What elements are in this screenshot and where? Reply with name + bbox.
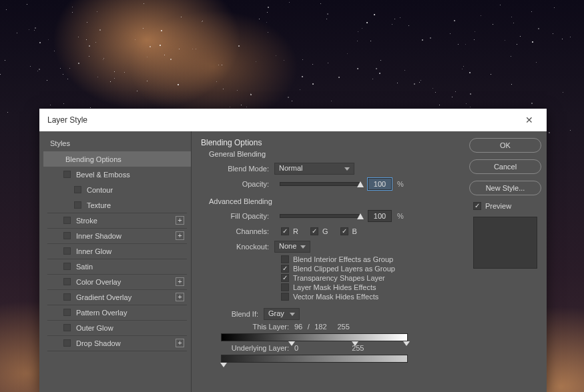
slider-thumb-icon[interactable]: [357, 213, 364, 219]
blend-mode-label: Blend Mode:: [217, 165, 274, 173]
percent-label: %: [397, 180, 404, 188]
option-blend-interior-effects-as-group[interactable]: Blend Interior Effects as Group: [281, 255, 457, 263]
sidebar-item-gradient-overlay[interactable]: Gradient Overlay+: [43, 289, 191, 305]
option-label: Vector Mask Hides Effects: [293, 293, 378, 301]
sidebar-item-label: Inner Glow: [76, 247, 111, 255]
this-layer-gradient[interactable]: [221, 333, 408, 341]
this-layer-high: 255: [327, 323, 360, 331]
option-checkbox[interactable]: [281, 283, 289, 291]
opacity-input[interactable]: 100: [368, 178, 392, 190]
sidebar-item-texture[interactable]: Texture: [43, 197, 191, 213]
sidebar-item-outer-glow[interactable]: Outer Glow: [43, 320, 191, 335]
add-effect-icon[interactable]: +: [176, 339, 184, 347]
sidebar-item-label: Bevel & Emboss: [76, 171, 130, 179]
channels-label: Channels:: [217, 227, 274, 235]
sidebar-item-contour[interactable]: Contour: [43, 182, 191, 197]
ok-button[interactable]: OK: [469, 138, 541, 153]
style-checkbox[interactable]: [74, 186, 81, 193]
close-icon[interactable]: ✕: [520, 112, 539, 128]
titlebar: Layer Style ✕: [39, 109, 547, 131]
sidebar-item-label: Pattern Overlay: [76, 309, 127, 317]
option-label: Transparency Shapes Layer: [293, 274, 385, 282]
option-checkbox[interactable]: [281, 255, 289, 263]
sidebar-item-label: Texture: [87, 201, 111, 209]
add-effect-icon[interactable]: +: [176, 293, 184, 301]
option-blend-clipped-layers-as-group[interactable]: Blend Clipped Layers as Group: [281, 265, 457, 273]
sidebar-item-label: Blending Options: [65, 155, 121, 163]
sidebar-item-inner-shadow[interactable]: Inner Shadow+: [43, 228, 191, 243]
style-checkbox[interactable]: [63, 293, 71, 301]
option-label: Blend Clipped Layers as Group: [293, 265, 395, 273]
style-checkbox[interactable]: [74, 201, 81, 209]
preview-checkbox[interactable]: [473, 202, 481, 210]
sidebar-item-pattern-overlay[interactable]: Pattern Overlay: [43, 305, 191, 320]
knockout-select[interactable]: None: [274, 241, 310, 253]
gradient-stop-icon[interactable]: [352, 341, 358, 346]
style-checkbox[interactable]: [63, 309, 71, 316]
option-label: Blend Interior Effects as Group: [293, 255, 393, 263]
style-checkbox[interactable]: [63, 232, 71, 239]
sidebar-item-label: Inner Shadow: [76, 232, 121, 240]
this-layer-mid: 182: [314, 323, 326, 331]
blend-if-label: Blend If:: [217, 310, 264, 318]
sidebar-item-label: Contour: [87, 186, 113, 194]
gradient-stop-icon[interactable]: [288, 341, 295, 346]
sidebar-item-inner-glow[interactable]: Inner Glow: [43, 243, 191, 259]
style-checkbox[interactable]: [63, 171, 71, 178]
sidebar-item-satin[interactable]: Satin: [43, 259, 191, 274]
gradient-stop-icon[interactable]: [220, 363, 227, 367]
channel-r-checkbox[interactable]: [281, 227, 289, 235]
blend-mode-select[interactable]: Normal: [274, 163, 354, 175]
general-heading: General Blending: [209, 150, 457, 158]
blend-if-select[interactable]: Gray: [264, 308, 300, 320]
underlying-label: Underlying Layer:: [221, 344, 294, 352]
style-checkbox[interactable]: [63, 217, 71, 224]
sidebar-item-label: Gradient Overlay: [76, 293, 131, 301]
fill-opacity-label: Fill Opacity:: [217, 212, 274, 220]
add-effect-icon[interactable]: +: [176, 216, 184, 225]
option-checkbox[interactable]: [281, 293, 289, 301]
style-checkbox[interactable]: [63, 278, 71, 285]
style-checkbox[interactable]: [63, 339, 71, 347]
channel-b-checkbox[interactable]: [340, 227, 348, 235]
option-checkbox[interactable]: [281, 274, 289, 282]
new-style-button[interactable]: New Style...: [469, 181, 541, 195]
main-panel: Blending Options General Blending Blend …: [192, 131, 467, 392]
sidebar-header: Styles: [43, 135, 191, 151]
knockout-label: Knockout:: [217, 243, 274, 251]
fill-opacity-input[interactable]: 100: [368, 210, 392, 222]
gradient-stop-icon[interactable]: [403, 341, 410, 346]
sidebar-item-drop-shadow[interactable]: Drop Shadow+: [43, 335, 191, 351]
fill-opacity-slider[interactable]: [280, 214, 360, 218]
this-layer-low: 96: [294, 323, 302, 331]
opacity-label: Opacity:: [217, 180, 274, 188]
sidebar-item-label: Color Overlay: [76, 278, 121, 286]
slider-thumb-icon[interactable]: [357, 181, 364, 187]
sidebar-item-color-overlay[interactable]: Color Overlay+: [43, 274, 191, 289]
sidebar-item-label: Satin: [76, 263, 93, 271]
percent-label: %: [397, 212, 404, 220]
styles-sidebar: Styles Blending OptionsBevel & EmbossCon…: [39, 131, 192, 392]
advanced-heading: Advanced Blending: [209, 197, 457, 205]
option-vector-mask-hides-effects[interactable]: Vector Mask Hides Effects: [281, 293, 457, 301]
sidebar-item-bevel-emboss[interactable]: Bevel & Emboss: [43, 167, 191, 182]
option-transparency-shapes-layer[interactable]: Transparency Shapes Layer: [281, 274, 457, 282]
preview-toggle[interactable]: Preview: [473, 202, 539, 210]
underlying-gradient[interactable]: [221, 355, 408, 363]
style-checkbox[interactable]: [63, 247, 71, 255]
sidebar-item-stroke[interactable]: Stroke+: [43, 213, 191, 228]
add-effect-icon[interactable]: +: [176, 277, 184, 286]
add-effect-icon[interactable]: +: [176, 231, 184, 240]
sidebar-item-blending-options[interactable]: Blending Options: [43, 151, 191, 167]
option-layer-mask-hides-effects[interactable]: Layer Mask Hides Effects: [281, 283, 457, 291]
channel-g-checkbox[interactable]: [310, 227, 318, 235]
channels-group: R G B: [274, 227, 357, 235]
style-checkbox[interactable]: [63, 324, 71, 331]
style-checkbox[interactable]: [63, 263, 71, 270]
sidebar-item-label: Drop Shadow: [76, 339, 121, 347]
dialog-title: Layer Style: [47, 115, 87, 125]
option-checkbox[interactable]: [281, 265, 289, 273]
cancel-button[interactable]: Cancel: [469, 159, 541, 174]
preview-label: Preview: [485, 202, 511, 210]
opacity-slider[interactable]: [280, 182, 360, 186]
